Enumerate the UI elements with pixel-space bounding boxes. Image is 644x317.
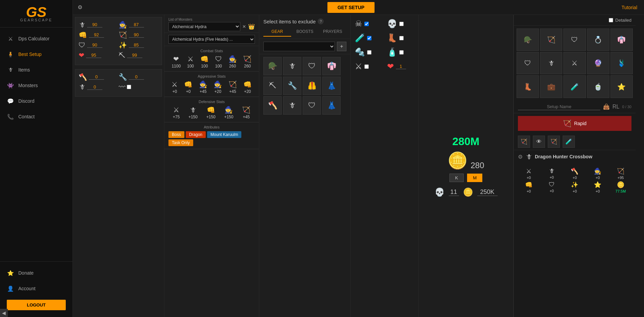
exclude-chest-icon: 🛡	[308, 62, 316, 71]
slot-shield[interactable]: 🛡	[563, 28, 586, 51]
slot-boots[interactable]: 👢	[517, 75, 539, 98]
tab-boosts[interactable]: BOOSTS	[291, 27, 319, 37]
def-1: 🗡 +150	[188, 106, 198, 119]
agg-1-icon: 👊	[184, 80, 193, 88]
sidebar-item-best-setup[interactable]: 🧍 Best Setup	[0, 46, 73, 62]
gp-value[interactable]: 250K	[477, 189, 498, 196]
detailed-label: Detailed	[615, 18, 631, 23]
ammo-2[interactable]: 🏹	[548, 136, 560, 148]
axe-input[interactable]	[89, 74, 104, 80]
tag-boss[interactable]: Boss	[168, 131, 184, 138]
exclude-item-7[interactable]: 👗	[322, 77, 341, 95]
setup-name-input[interactable]	[518, 103, 600, 110]
boost-2-check[interactable]	[367, 36, 371, 40]
sword-input[interactable]	[87, 84, 102, 90]
ranged-input[interactable]	[129, 32, 144, 38]
hp-input[interactable]	[86, 53, 101, 58]
slot-torso[interactable]: 🩱	[610, 52, 633, 74]
tag-dragon[interactable]: Dragon	[186, 131, 206, 138]
logout-button[interactable]: LOGOUT	[7, 300, 66, 310]
slot-bow[interactable]: 🏹	[540, 28, 562, 51]
sidebar-item-dps-calculator[interactable]: ⚔ Dps Calculator	[0, 31, 73, 46]
unit-m-button[interactable]: M	[467, 174, 482, 182]
exclude-axe2-icon: 🪓	[268, 101, 277, 110]
sidebar-item-account[interactable]: 👤 Account	[0, 281, 73, 296]
exclude-item-11[interactable]: 👗	[322, 96, 341, 115]
combat-hp-val: 1100	[172, 64, 181, 68]
ammo-1[interactable]: 👁	[533, 136, 545, 148]
tag-task-only[interactable]: Task Only	[168, 139, 193, 146]
mining-input[interactable]	[127, 53, 142, 58]
ranged-icon: 🏹	[119, 31, 127, 39]
help-icon[interactable]: ?	[318, 18, 324, 24]
settings-icon[interactable]: ⚙	[73, 4, 87, 11]
slot-extra[interactable]: ⭐	[610, 75, 633, 98]
exclude-item-10[interactable]: 🛡	[303, 96, 321, 115]
exclude-filter-select[interactable]	[263, 42, 335, 51]
variant-select[interactable]: Alchemical Hydra (Five Heads) ...	[168, 35, 255, 44]
boost-6-check[interactable]	[364, 64, 369, 69]
exclude-add-button[interactable]: +	[337, 42, 346, 51]
slot-offhand[interactable]: 🛡	[517, 52, 539, 74]
sword2-icon: 🗡	[79, 83, 85, 91]
ammo-3[interactable]: 🧪	[563, 136, 575, 148]
exclude-item-2[interactable]: 🛡	[303, 57, 321, 75]
boost-5-check[interactable]	[399, 50, 404, 55]
kills-value[interactable]: 11	[449, 189, 459, 196]
hp-icon: ❤	[79, 51, 84, 59]
boost-0-check[interactable]	[364, 22, 369, 26]
sidebar-item-discord[interactable]: 💬 Discord	[0, 93, 73, 109]
combat-hp: ❤ 1100	[172, 55, 181, 68]
ammo-0[interactable]: 🏹	[518, 136, 530, 148]
collapse-sidebar-button[interactable]: ◀	[0, 309, 8, 317]
get-setup-button[interactable]: GET SETUP	[327, 2, 375, 13]
combat-str-val: 100	[201, 64, 208, 68]
boost-3-check[interactable]	[399, 36, 404, 40]
monster-select[interactable]: Alchemical Hydra	[168, 22, 240, 31]
tab-prayers[interactable]: PRAYERS	[319, 27, 346, 37]
exclude-item-4[interactable]: ⛏	[263, 77, 282, 95]
tag-mount-karuulm[interactable]: Mount Karuulm	[207, 131, 241, 138]
unit-k-button[interactable]: K	[449, 174, 464, 182]
sidebar-item-items[interactable]: 🗡 Items	[0, 62, 73, 78]
detailed-checkbox[interactable]	[609, 18, 613, 22]
slot-bag[interactable]: 💼	[540, 75, 562, 98]
slot-potion[interactable]: 🧪	[563, 75, 586, 98]
boost-1-check[interactable]	[399, 22, 404, 26]
rapid-button[interactable]: 🏹 Rapid	[518, 116, 631, 131]
tool-input[interactable]	[129, 74, 144, 80]
boost-7-val[interactable]	[396, 64, 406, 69]
wave-checkbox[interactable]	[127, 85, 131, 89]
slot-helm[interactable]: 🪖	[517, 28, 539, 51]
boost-4-check[interactable]	[367, 50, 371, 55]
exclude-item-5[interactable]: 🔧	[283, 77, 301, 95]
sidebar-item-contact[interactable]: 📞 Contact	[0, 109, 73, 124]
exclude-item-8[interactable]: 🪓	[263, 96, 282, 115]
exclude-item-6[interactable]: 🦺	[303, 77, 321, 95]
slot-flask[interactable]: 🍵	[587, 75, 609, 98]
clear-monster-button[interactable]: ✕	[242, 24, 246, 29]
stat-magic: 🧙	[119, 21, 159, 29]
bonus-9-val: 77.5M	[616, 189, 626, 193]
strength-input[interactable]	[89, 32, 104, 38]
tab-gear[interactable]: GEAR	[263, 27, 291, 37]
sidebar-item-monsters[interactable]: 👾 Monsters	[0, 78, 73, 93]
sidebar-item-donate[interactable]: ⭐ Donate	[0, 265, 73, 281]
exclude-row-0: 🪖 🗡 🛡 👘	[263, 57, 346, 75]
slot-magic[interactable]: 🔮	[587, 52, 609, 74]
defence-input[interactable]	[87, 42, 102, 48]
exclude-filter-row: +	[259, 39, 350, 54]
exclude-item-1[interactable]: 🗡	[283, 57, 301, 75]
exclude-item-0[interactable]: 🪖	[263, 57, 282, 75]
slot-ring[interactable]: 💍	[587, 28, 609, 51]
exclude-sword2-icon: 🗡	[288, 101, 296, 110]
tutorial-link[interactable]: Tutorial	[615, 5, 644, 10]
slot-weapon[interactable]: ⚔	[563, 52, 586, 74]
magic-input[interactable]	[129, 22, 144, 27]
slot-main[interactable]: 🗡	[540, 52, 562, 74]
prayer-input[interactable]	[129, 42, 144, 48]
exclude-item-9[interactable]: 🗡	[283, 96, 301, 115]
slot-body[interactable]: 👘	[610, 28, 633, 51]
exclude-item-3[interactable]: 👘	[322, 57, 341, 75]
attack-input[interactable]	[87, 22, 102, 27]
